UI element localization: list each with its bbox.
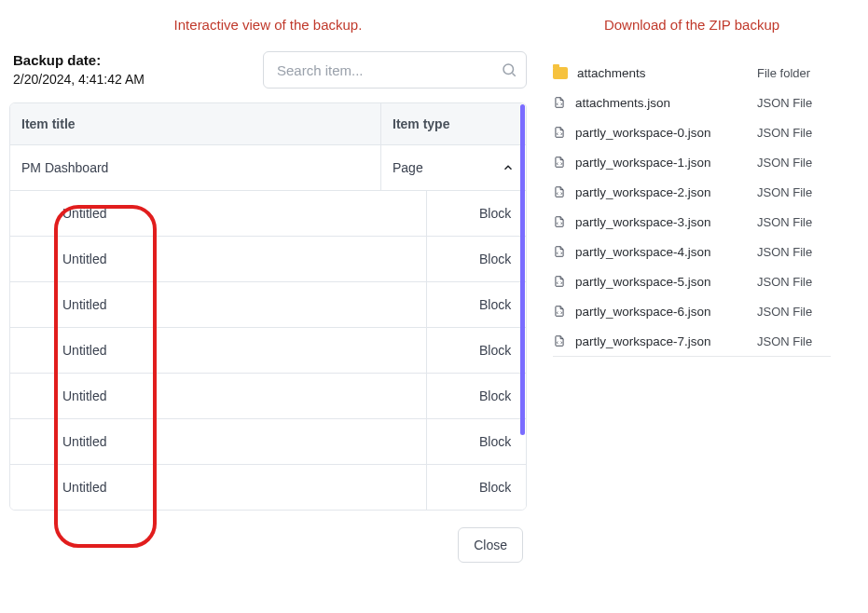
item-title: Untitled bbox=[10, 465, 427, 510]
json-file-icon bbox=[553, 304, 566, 319]
file-name: partly_workspace-5.json bbox=[575, 275, 711, 289]
file-row[interactable]: attachments.jsonJSON File bbox=[553, 88, 831, 117]
table-row-block[interactable]: UntitledBlock bbox=[10, 191, 526, 237]
file-type: JSON File bbox=[757, 215, 827, 229]
item-title: PM Dashboard bbox=[10, 145, 381, 190]
item-title: Untitled bbox=[10, 419, 427, 464]
table-row-block[interactable]: UntitledBlock bbox=[10, 282, 526, 328]
file-name: partly_workspace-0.json bbox=[575, 126, 711, 140]
search-input[interactable] bbox=[263, 51, 527, 89]
file-name: partly_workspace-6.json bbox=[575, 305, 711, 319]
json-file-icon bbox=[553, 95, 566, 110]
file-row[interactable]: partly_workspace-6.jsonJSON File bbox=[553, 296, 831, 326]
column-header-title[interactable]: Item title bbox=[10, 103, 381, 144]
file-type: JSON File bbox=[757, 185, 827, 199]
json-file-icon bbox=[553, 184, 566, 199]
file-type: JSON File bbox=[757, 96, 827, 110]
file-row[interactable]: partly_workspace-7.jsonJSON File bbox=[553, 326, 831, 356]
file-list: attachmentsFile folderattachments.jsonJS… bbox=[553, 59, 831, 357]
file-type: JSON File bbox=[757, 156, 827, 170]
item-title: Untitled bbox=[10, 282, 427, 327]
table-header: Item title Item type bbox=[10, 103, 526, 145]
json-file-icon bbox=[553, 214, 566, 229]
backup-date: Backup date: 2/20/2024, 4:41:42 AM bbox=[13, 51, 145, 89]
file-name: partly_workspace-4.json bbox=[575, 245, 711, 259]
file-row[interactable]: partly_workspace-5.jsonJSON File bbox=[553, 266, 831, 296]
json-file-icon bbox=[553, 334, 566, 348]
column-header-type[interactable]: Item type bbox=[381, 103, 526, 144]
json-file-icon bbox=[553, 244, 566, 259]
item-type: Page bbox=[381, 145, 526, 190]
file-type: JSON File bbox=[757, 275, 827, 289]
table-row-page[interactable]: PM Dashboard Page bbox=[10, 145, 526, 191]
table-row-block[interactable]: UntitledBlock bbox=[10, 237, 526, 282]
file-row[interactable]: partly_workspace-1.jsonJSON File bbox=[553, 147, 831, 177]
file-row[interactable]: partly_workspace-0.jsonJSON File bbox=[553, 117, 831, 147]
file-type: JSON File bbox=[757, 334, 827, 348]
file-row[interactable]: partly_workspace-3.jsonJSON File bbox=[553, 207, 831, 237]
svg-line-1 bbox=[512, 73, 515, 75]
table-row-block[interactable]: UntitledBlock bbox=[10, 419, 526, 465]
item-type: Block bbox=[427, 282, 526, 327]
item-type: Block bbox=[427, 328, 526, 373]
scrollbar-thumb[interactable] bbox=[520, 104, 525, 435]
column-header-type-label: Item type bbox=[393, 116, 449, 131]
file-row[interactable]: attachmentsFile folder bbox=[553, 59, 831, 88]
item-type: Block bbox=[427, 374, 526, 418]
file-name: partly_workspace-7.json bbox=[575, 334, 711, 348]
json-file-icon bbox=[553, 125, 566, 140]
file-row[interactable]: partly_workspace-4.jsonJSON File bbox=[553, 237, 831, 266]
file-row[interactable]: partly_workspace-2.jsonJSON File bbox=[553, 177, 831, 207]
table-row-block[interactable]: UntitledBlock bbox=[10, 328, 526, 374]
file-type: JSON File bbox=[757, 305, 827, 319]
file-name: partly_workspace-2.json bbox=[575, 185, 711, 199]
folder-icon bbox=[553, 67, 568, 79]
item-type: Block bbox=[427, 237, 526, 281]
svg-point-0 bbox=[503, 64, 514, 75]
caption-interactive-view: Interactive view of the backup. bbox=[9, 17, 527, 33]
file-name: attachments.json bbox=[575, 96, 670, 110]
json-file-icon bbox=[553, 274, 566, 289]
file-type: JSON File bbox=[757, 245, 827, 259]
item-type: Block bbox=[427, 419, 526, 464]
backup-items-table: Item title Item type PM Dashboard Page bbox=[9, 102, 527, 511]
search-icon bbox=[501, 61, 517, 78]
item-title: Untitled bbox=[10, 374, 427, 418]
item-title: Untitled bbox=[10, 328, 427, 373]
json-file-icon bbox=[553, 155, 566, 170]
file-name: partly_workspace-3.json bbox=[575, 215, 711, 229]
backup-date-value: 2/20/2024, 4:41:42 AM bbox=[13, 70, 145, 89]
file-name: attachments bbox=[577, 66, 646, 80]
table-row-block[interactable]: UntitledBlock bbox=[10, 374, 526, 419]
item-type: Block bbox=[427, 191, 526, 236]
file-type: JSON File bbox=[757, 126, 827, 140]
close-button[interactable]: Close bbox=[458, 527, 523, 563]
caption-zip-download: Download of the ZIP backup bbox=[553, 17, 831, 33]
file-name: partly_workspace-1.json bbox=[575, 156, 711, 170]
item-title: Untitled bbox=[10, 237, 427, 281]
item-type: Block bbox=[427, 465, 526, 510]
backup-date-label: Backup date: bbox=[13, 51, 145, 70]
chevron-up-icon[interactable] bbox=[502, 161, 515, 174]
file-type: File folder bbox=[757, 66, 827, 80]
item-title: Untitled bbox=[10, 191, 427, 236]
table-row-block[interactable]: UntitledBlock bbox=[10, 465, 526, 510]
item-type-label: Page bbox=[393, 160, 423, 175]
